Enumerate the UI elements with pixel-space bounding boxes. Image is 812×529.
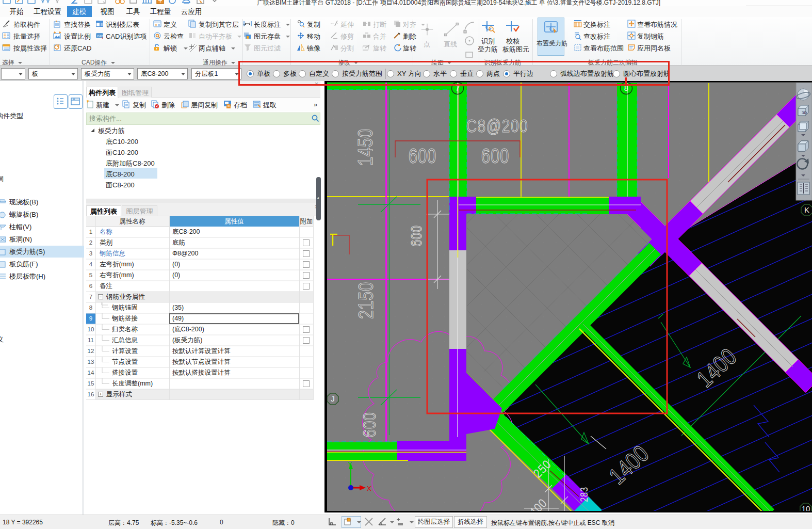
svg-text:1450: 1450: [354, 129, 377, 166]
svg-text:600: 600: [359, 412, 380, 437]
svg-text:K: K: [804, 205, 809, 214]
svg-text:X: X: [367, 485, 371, 492]
svg-text:2150: 2150: [354, 282, 378, 319]
svg-text:CAD: CAD: [97, 35, 104, 38]
svg-text:Y: Y: [348, 460, 352, 468]
svg-text:J: J: [331, 394, 335, 403]
svg-text:600: 600: [408, 225, 425, 246]
svg-text:3D: 3D: [802, 110, 807, 115]
svg-text:600: 600: [409, 145, 436, 168]
svg-text:600: 600: [481, 145, 509, 168]
svg-text:283: 283: [578, 487, 590, 502]
svg-text:C8@200: C8@200: [466, 116, 529, 136]
